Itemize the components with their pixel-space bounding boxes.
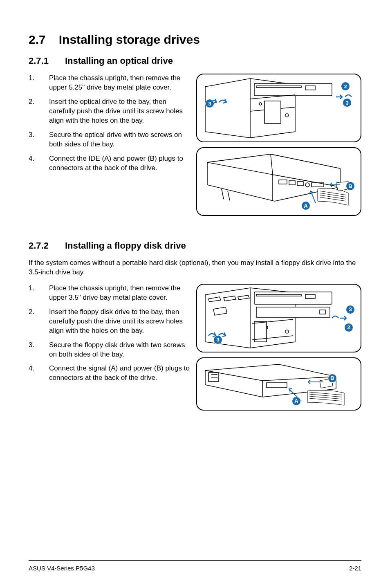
svg-rect-19 <box>256 307 330 317</box>
svg-rect-7 <box>279 180 287 184</box>
heading-title: Installing storage drives <box>59 33 200 47</box>
step-text: Place the chassis upright, then remove t… <box>49 74 192 92</box>
list-item: 1.Place the chassis upright, then remove… <box>29 74 192 92</box>
list-item: 2.Insert the optical drive to the bay, t… <box>29 97 192 126</box>
section-271-figures: 2 3 3 <box>196 74 361 216</box>
callout-3: 3 <box>343 98 352 107</box>
list-item: 4.Connect the signal (A) and power (B) p… <box>29 364 192 383</box>
svg-rect-0 <box>254 83 332 96</box>
subheading-title: Installing a floppy disk drive <box>65 240 186 251</box>
step-number: 2. <box>29 307 49 336</box>
section-272-figures: 2 3 3 <box>196 284 361 411</box>
drive-back-illustration <box>197 358 352 411</box>
callout-a: A <box>301 201 310 210</box>
callout-b: B <box>346 182 355 191</box>
list-item: 3.Secure the optical drive with two scre… <box>29 130 192 149</box>
svg-point-24 <box>285 330 289 333</box>
chassis-illustration <box>197 74 352 140</box>
svg-rect-26 <box>208 373 219 382</box>
svg-rect-16 <box>254 292 332 304</box>
callout-3: 3 <box>205 99 214 108</box>
step-number: 3. <box>29 130 49 149</box>
step-list: 1.Place the chassis upright, then remove… <box>29 74 192 173</box>
step-number: 2. <box>29 97 49 126</box>
figure-optical-connectors: A B <box>196 147 361 216</box>
step-number: 4. <box>29 154 49 173</box>
svg-rect-5 <box>264 101 281 123</box>
step-text: Secure the floppy disk drive with two sc… <box>49 341 192 359</box>
list-item: 4.Connect the IDE (A) and power (B) plug… <box>29 154 192 173</box>
heading-number: 2.7 <box>29 33 46 47</box>
step-text: Place the chassis upright, then remove t… <box>49 284 192 303</box>
svg-point-3 <box>259 103 262 105</box>
list-item: 1.Place the chassis upright, then remove… <box>29 284 192 303</box>
drive-back-illustration <box>197 148 352 213</box>
section-271-text: 1.Place the chassis upright, then remove… <box>29 74 192 216</box>
footer-left: ASUS V4-Series P5G43 <box>29 565 95 572</box>
section-271-content: 1.Place the chassis upright, then remove… <box>29 74 361 216</box>
callout-a: A <box>292 397 301 406</box>
step-text: Connect the IDE (A) and power (B) plugs … <box>49 154 192 173</box>
subheading-number: 2.7.2 <box>29 240 49 251</box>
main-heading: 2.7 Installing storage drives <box>29 33 361 47</box>
page-footer: ASUS V4-Series P5G43 2-21 <box>29 560 361 572</box>
callout-3: 3 <box>346 305 355 314</box>
figure-floppy-install: 2 3 3 <box>196 284 361 352</box>
page-container: 2.7 Installing storage drives 2.7.1 Inst… <box>0 0 390 588</box>
svg-point-6 <box>285 114 289 117</box>
step-text: Insert the optical drive to the bay, the… <box>49 97 192 126</box>
figure-optical-install: 2 3 3 <box>196 74 361 142</box>
callout-2: 2 <box>341 82 350 91</box>
step-text: Insert the floppy disk drive to the bay,… <box>49 307 192 336</box>
callout-3: 3 <box>213 335 222 344</box>
list-item: 3.Secure the floppy disk drive with two … <box>29 341 192 359</box>
step-number: 1. <box>29 284 49 303</box>
callout-2: 2 <box>344 323 353 332</box>
footer-right: 2-21 <box>349 565 361 572</box>
section-272-content: 1.Place the chassis upright, then remove… <box>29 284 361 411</box>
step-list: 1.Place the chassis upright, then remove… <box>29 284 192 383</box>
callout-b: B <box>328 374 337 383</box>
list-item: 2.Insert the floppy disk drive to the ba… <box>29 307 192 336</box>
section-271-heading: 2.7.1 Installing an optical drive <box>29 56 361 66</box>
svg-rect-9 <box>297 182 303 186</box>
subheading-title: Installing an optical drive <box>65 56 173 66</box>
subheading-number: 2.7.1 <box>29 56 49 66</box>
step-number: 4. <box>29 364 49 383</box>
step-text: Secure the optical drive with two screws… <box>49 130 192 149</box>
section-272-heading: 2.7.2 Installing a floppy disk drive <box>29 240 361 251</box>
svg-point-10 <box>305 183 309 187</box>
section-272-intro: If the system comes without a portable h… <box>29 258 361 277</box>
svg-rect-25 <box>267 383 287 388</box>
step-number: 1. <box>29 74 49 92</box>
step-number: 3. <box>29 341 49 359</box>
section-272-text: 1.Place the chassis upright, then remove… <box>29 284 192 411</box>
figure-floppy-connectors: A B <box>196 357 361 411</box>
step-text: Connect the signal (A) and power (B) plu… <box>49 364 192 383</box>
svg-rect-8 <box>289 181 295 185</box>
